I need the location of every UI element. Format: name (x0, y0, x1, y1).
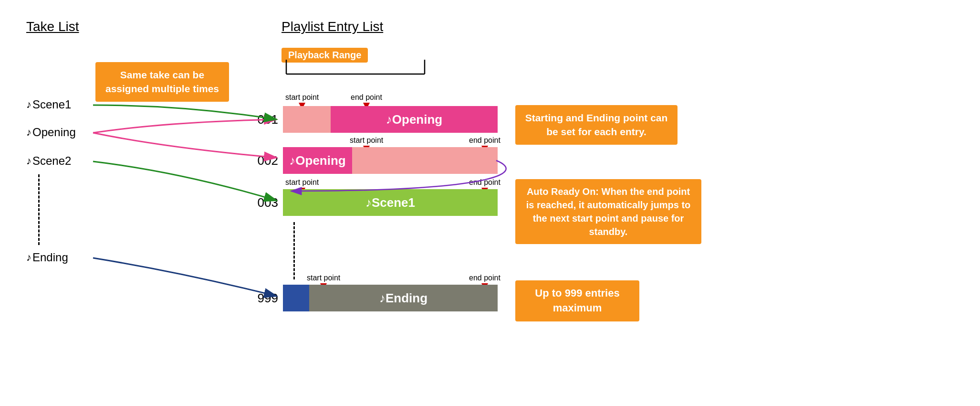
page-container: Take List Playlist Entry List ♪ Scene1 ♪… (0, 0, 980, 406)
entry-num-003: 003 (254, 195, 278, 210)
entry999-label: ♪Ending (379, 291, 427, 306)
entry003-start-label: start point (285, 178, 319, 187)
take-item-scene1: ♪ Scene1 (26, 98, 71, 111)
take-label-scene2: Scene2 (32, 154, 71, 168)
entry002-start-label: start point (350, 136, 383, 145)
dashed-line-playlist (293, 222, 295, 279)
entry-bar-999: ♪Ending (283, 285, 498, 311)
entry-bar-002: ♪Opening (283, 147, 498, 174)
entry-num-999: 999 (254, 291, 278, 306)
playback-range-label: Playback Range (281, 48, 368, 63)
playlist-entry-list-title: Playlist Entry List (281, 19, 383, 34)
entry-row-999: 999 ♪Ending (254, 285, 498, 311)
entry001-label: ♪Opening (386, 112, 442, 127)
take-list-title: Take List (26, 19, 79, 34)
entry-num-002: 002 (254, 153, 278, 168)
callout-auto-ready: Auto Ready On: When the end point is rea… (515, 179, 701, 244)
callout-start-end: Starting and Ending point can be set for… (515, 105, 678, 145)
music-note-scene2: ♪ (26, 155, 31, 167)
entry999-end-label: end point (469, 274, 500, 282)
entry003-label: ♪Scene1 (365, 195, 415, 210)
entry999-start-label: start point (307, 274, 340, 282)
music-note-ending: ♪ (26, 251, 31, 264)
entry-row-002: 002 ♪Opening (254, 147, 498, 174)
take-item-opening: ♪ Opening (26, 126, 76, 139)
dashed-line-take-list (38, 174, 40, 245)
entry002-label: ♪Opening (289, 153, 345, 168)
entry-bar-001: ♪Opening (283, 106, 498, 133)
take-label-opening: Opening (32, 126, 76, 139)
take-item-ending: ♪ Ending (26, 251, 68, 264)
entry002-end-label: end point (469, 136, 500, 145)
callout-max-entries: Up to 999 entries maximum (515, 280, 639, 321)
entry001-end-label: end point (351, 93, 382, 102)
entry-row-001: 001 ♪Opening (254, 106, 498, 133)
entry001-start-label: start point (285, 93, 319, 102)
entry-bar-003: ♪Scene1 (283, 189, 498, 216)
entry-row-003: 003 ♪Scene1 (254, 189, 498, 216)
music-note-scene1: ♪ (26, 98, 31, 111)
take-label-ending: Ending (32, 251, 68, 264)
take-item-scene2: ♪ Scene2 (26, 154, 71, 168)
entry003-end-label: end point (469, 178, 500, 187)
take-label-scene1: Scene1 (32, 98, 71, 111)
callout-same-take: Same take can be assigned multiple times (95, 62, 229, 102)
entry-num-001: 001 (254, 112, 278, 127)
music-note-opening: ♪ (26, 126, 31, 139)
